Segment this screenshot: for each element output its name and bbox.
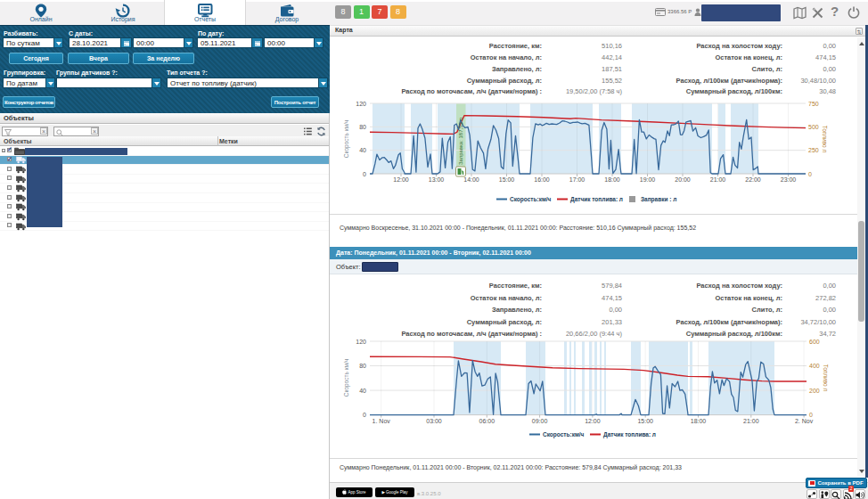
svg-text:Скорость:км/ч: Скорость:км/ч xyxy=(543,431,585,438)
svg-text:18:00: 18:00 xyxy=(604,176,620,183)
svg-text:40: 40 xyxy=(359,147,366,153)
svg-text:0: 0 xyxy=(808,171,812,177)
svg-text:15:00: 15:00 xyxy=(637,418,653,424)
svg-text:120: 120 xyxy=(356,339,366,345)
svg-text:17:00: 17:00 xyxy=(569,176,585,183)
svg-text:80: 80 xyxy=(359,363,366,369)
svg-text:Заправки : л: Заправки : л xyxy=(641,196,676,203)
svg-text:250: 250 xyxy=(808,147,819,153)
svg-text:500: 500 xyxy=(808,124,819,130)
svg-text:15:00: 15:00 xyxy=(499,176,515,183)
svg-text:120: 120 xyxy=(356,101,366,107)
svg-text:400: 400 xyxy=(809,363,820,369)
svg-text:19:00: 19:00 xyxy=(640,176,656,183)
svg-text:Датчик топлива: л: Датчик топлива: л xyxy=(603,431,656,438)
svg-text:03:00: 03:00 xyxy=(426,418,442,424)
svg-text:0: 0 xyxy=(363,412,366,418)
svg-text:2. Nov: 2. Nov xyxy=(795,418,814,424)
svg-text:23:00: 23:00 xyxy=(781,176,797,183)
svg-text:06:00: 06:00 xyxy=(479,418,495,424)
svg-text:Заправка: 187,53 л: Заправка: 187,53 л xyxy=(458,117,463,165)
svg-text:12:00: 12:00 xyxy=(585,418,601,424)
svg-text:22:00: 22:00 xyxy=(745,176,761,183)
svg-text:1. Nov: 1. Nov xyxy=(373,418,391,424)
svg-text:200: 200 xyxy=(809,388,820,394)
svg-text:750: 750 xyxy=(808,101,819,107)
svg-text:80: 80 xyxy=(359,124,366,130)
svg-text:Топливо л: Топливо л xyxy=(823,364,829,392)
svg-text:16:00: 16:00 xyxy=(534,176,550,183)
svg-text:14:00: 14:00 xyxy=(463,176,479,183)
svg-text:Скорость км/ч: Скорость км/ч xyxy=(343,359,350,397)
svg-text:Датчик топлива: л: Датчик топлива: л xyxy=(570,196,623,203)
svg-text:09:00: 09:00 xyxy=(532,418,548,424)
svg-text:21:00: 21:00 xyxy=(710,176,726,183)
svg-text:Топливо л: Топливо л xyxy=(822,126,828,153)
svg-text:13:00: 13:00 xyxy=(429,176,445,183)
svg-text:0: 0 xyxy=(363,171,366,177)
svg-text:18:00: 18:00 xyxy=(691,418,707,424)
svg-text:600: 600 xyxy=(809,339,820,345)
svg-text:12:00: 12:00 xyxy=(393,176,409,183)
svg-text:20:00: 20:00 xyxy=(675,176,691,183)
svg-text:21:00: 21:00 xyxy=(743,418,759,424)
svg-text:40: 40 xyxy=(359,388,366,394)
svg-text:Скорость км/ч: Скорость км/ч xyxy=(343,120,350,158)
svg-text:Скорость:км/ч: Скорость:км/ч xyxy=(510,196,552,203)
